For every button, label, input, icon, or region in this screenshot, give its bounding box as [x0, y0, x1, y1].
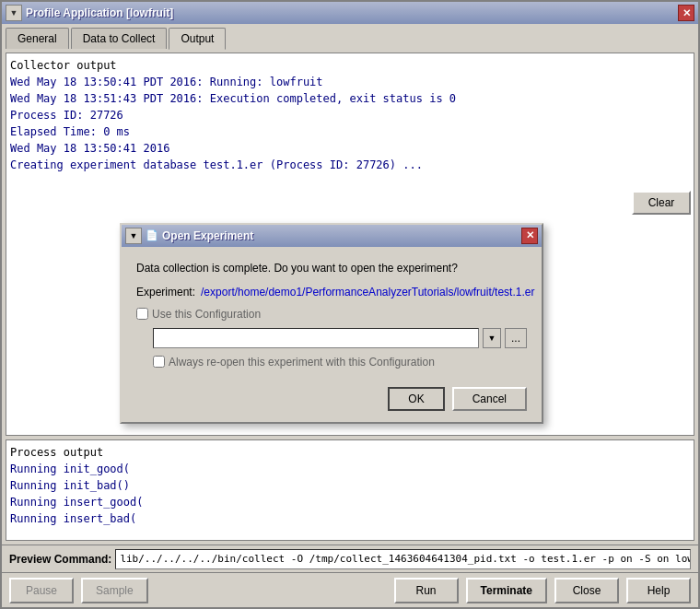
- config-input-row: ▼ ...: [153, 328, 527, 348]
- use-config-label: Use this Configuration: [152, 308, 261, 321]
- dialog-title-text: Open Experiment: [162, 229, 253, 242]
- dialog-cancel-button[interactable]: Cancel: [452, 387, 527, 411]
- use-config-checkbox[interactable]: [136, 308, 148, 320]
- config-dropdown[interactable]: ▼: [483, 328, 501, 348]
- experiment-field-row: Experiment: /export/home/demo1/Performan…: [136, 286, 527, 299]
- dialog-title-icon: 📄: [146, 229, 158, 242]
- always-reopen-row: Always re-open this experiment with this…: [153, 356, 527, 369]
- dialog-close-button[interactable]: ✕: [521, 228, 538, 244]
- experiment-path: /export/home/demo1/PerformanceAnalyzerTu…: [201, 286, 534, 299]
- config-browse-button[interactable]: ...: [505, 328, 527, 348]
- dialog-title-bar: ▼ 📄 Open Experiment ✕: [122, 225, 542, 247]
- dialog-ok-button[interactable]: OK: [388, 387, 444, 411]
- dialog-button-row: OK Cancel: [136, 383, 527, 411]
- always-reopen-checkbox[interactable]: [153, 356, 165, 368]
- dialog-overlay: ▼ 📄 Open Experiment ✕ Data collection is…: [0, 0, 700, 609]
- dialog-minimize-icon[interactable]: ▼: [125, 228, 142, 244]
- experiment-label: Experiment:: [136, 286, 195, 299]
- dialog-message: Data collection is complete. Do you want…: [136, 262, 527, 275]
- always-reopen-label: Always re-open this experiment with this…: [169, 356, 435, 369]
- dialog-title-left: ▼ 📄 Open Experiment: [125, 228, 253, 244]
- config-input[interactable]: [153, 328, 479, 348]
- dialog-body: Data collection is complete. Do you want…: [122, 247, 542, 422]
- open-experiment-dialog: ▼ 📄 Open Experiment ✕ Data collection is…: [120, 223, 543, 424]
- use-config-row: Use this Configuration: [136, 308, 527, 321]
